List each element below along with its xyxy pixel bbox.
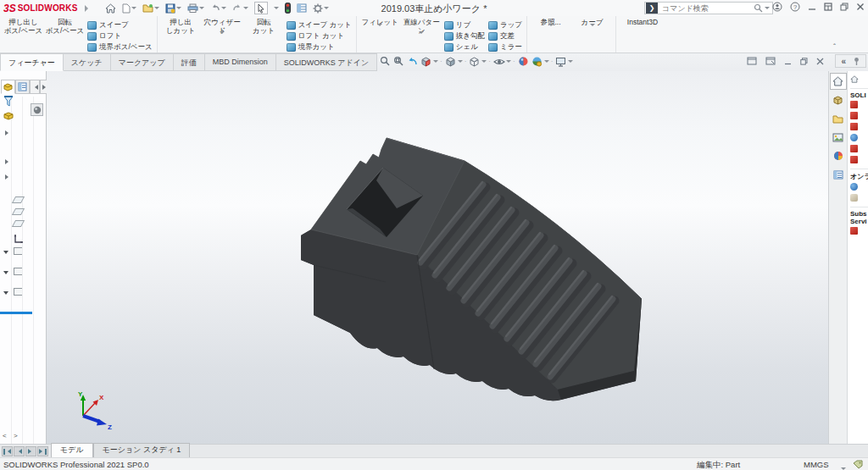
help-button[interactable]: ? <box>790 2 800 12</box>
pin-icon[interactable] <box>853 57 860 66</box>
task-pane-collapse-icon[interactable]: « <box>841 57 846 66</box>
command-search-box[interactable]: ❯ <box>644 2 773 14</box>
fillet-button[interactable]: フィレット <box>359 17 401 35</box>
view-orientation-button[interactable] <box>444 55 457 68</box>
loft-cut-button[interactable]: ロフト カット <box>287 31 352 41</box>
sweep-cut-button[interactable]: スイープ カット <box>287 20 352 30</box>
open-button[interactable] <box>142 3 159 13</box>
taskpane-item[interactable] <box>850 110 868 121</box>
curves-dropdown[interactable] <box>590 24 595 37</box>
taskpane-item[interactable] <box>850 154 868 165</box>
print-button[interactable] <box>187 3 204 13</box>
restore-button[interactable] <box>840 3 849 11</box>
feature-item-icon-1[interactable] <box>14 247 22 255</box>
search-input[interactable] <box>660 3 754 14</box>
extrude-boss-button[interactable]: 押し出し ボス/ベース <box>3 17 44 35</box>
section-view-button[interactable] <box>420 55 432 68</box>
task-pane-tab-appearances[interactable] <box>830 147 847 164</box>
reference-geometry-button[interactable]: 参照... <box>530 17 571 35</box>
origin-item[interactable] <box>14 232 24 247</box>
file-properties-button[interactable] <box>297 3 307 13</box>
search-icon[interactable] <box>754 3 763 13</box>
menu-flyout-arrow-icon[interactable] <box>85 5 92 12</box>
tree-collapse-feature-1[interactable] <box>3 251 8 257</box>
doc-minimize-icon[interactable] <box>784 58 792 65</box>
section-view-dropdown[interactable] <box>433 60 438 65</box>
shell-button[interactable]: シェル <box>444 42 485 52</box>
linear-pattern-button[interactable]: 直線パターン <box>401 17 442 43</box>
tab-evaluate[interactable]: 評価 <box>174 53 205 71</box>
minimize-button[interactable] <box>808 3 816 11</box>
home-button[interactable] <box>105 3 116 14</box>
boundary-boss-button[interactable]: 境界ボス/ベース <box>87 42 153 52</box>
edit-appearance-button[interactable] <box>517 55 530 68</box>
units-indicator[interactable]: MMGS <box>804 460 829 469</box>
doc-window-icon-2[interactable] <box>765 57 776 65</box>
tree-expand-history[interactable] <box>5 130 11 135</box>
doc-close-icon[interactable] <box>816 58 824 65</box>
feature-item-icon-3[interactable] <box>14 288 22 296</box>
ribbon-collapse-chevron[interactable]: ˆ <box>833 42 836 51</box>
wheel-chock-model[interactable] <box>301 138 642 401</box>
previous-view-button[interactable] <box>406 55 419 68</box>
doc-restore-icon[interactable] <box>800 58 808 65</box>
taskpane-item[interactable] <box>850 121 868 132</box>
doc-window-icon[interactable] <box>747 57 757 65</box>
tree-collapse-feature-3[interactable] <box>3 291 8 297</box>
revolve-cut-button[interactable]: 回転 カット <box>243 17 285 35</box>
tab-scroll-prev[interactable] <box>14 446 25 456</box>
feature-item-icon-2[interactable] <box>14 268 22 275</box>
task-pane-tab-view-palette[interactable] <box>830 129 847 146</box>
zoom-to-fit-button[interactable] <box>379 55 392 68</box>
intersect-button[interactable]: 交差 <box>488 31 522 41</box>
select-dropdown[interactable] <box>274 7 279 12</box>
save-button[interactable] <box>165 3 181 14</box>
mirror-button[interactable]: ミラー <box>488 42 522 52</box>
task-pane-tab-custom-properties[interactable] <box>830 166 847 183</box>
tab-features[interactable]: フィーチャー <box>0 53 64 71</box>
zoom-to-area-button[interactable] <box>392 55 405 68</box>
save-dropdown[interactable] <box>176 7 181 12</box>
rib-button[interactable]: リブ <box>444 20 485 30</box>
print-dropdown[interactable] <box>199 7 204 12</box>
taskpane-item[interactable] <box>850 132 868 143</box>
featuremanager-tree-tab[interactable] <box>1 80 15 94</box>
motion-study-tab[interactable]: モーション スタディ 1 <box>93 443 191 457</box>
search-dropdown[interactable] <box>765 7 770 12</box>
model-tab[interactable]: モデル <box>51 443 93 457</box>
sweep-button[interactable]: スイープ <box>87 20 153 30</box>
options-dropdown[interactable] <box>324 7 329 12</box>
taskpane-item[interactable] <box>850 192 868 203</box>
hide-show-dropdown[interactable] <box>506 60 511 65</box>
tab-scroll-last[interactable] <box>37 446 48 456</box>
options-button[interactable] <box>313 3 329 14</box>
tab-mbd-dimension[interactable]: MBD Dimension <box>205 53 276 71</box>
extrude-cut-button[interactable]: 押し出 しカット <box>160 17 202 35</box>
hide-show-items-button[interactable] <box>492 55 505 68</box>
fillet-dropdown[interactable] <box>377 24 382 37</box>
apply-scene-button[interactable] <box>531 55 543 68</box>
linear-pattern-dropdown[interactable] <box>419 31 424 45</box>
task-pane-tab-home[interactable] <box>830 73 847 90</box>
open-dropdown[interactable] <box>154 7 159 12</box>
undo-button[interactable] <box>210 3 226 13</box>
tree-horizontal-scroll[interactable]: < > <box>3 432 20 440</box>
login-button[interactable] <box>772 2 782 12</box>
tab-scroll-first[interactable] <box>2 446 13 456</box>
taskpane-item[interactable] <box>850 181 868 192</box>
hole-wizard-button[interactable]: 穴ウィザード <box>202 17 243 43</box>
tab-sketch[interactable]: スケッチ <box>64 53 111 71</box>
taskpane-item[interactable] <box>850 225 868 236</box>
draft-button[interactable]: 抜き勾配 <box>444 31 485 41</box>
select-tool-button[interactable] <box>254 2 268 14</box>
tab-solidworks-addins[interactable]: SOLIDWORKS アドイン <box>276 53 377 71</box>
tree-expand-annotations[interactable] <box>5 174 11 180</box>
redo-dropdown[interactable] <box>243 7 248 12</box>
display-pane-material-button[interactable] <box>31 103 43 116</box>
maximize-button[interactable] <box>824 3 832 11</box>
curves-button[interactable]: カーブ <box>571 17 613 35</box>
taskpane-item[interactable] <box>850 99 868 110</box>
display-style-button[interactable] <box>468 55 481 68</box>
view-orientation-dropdown[interactable] <box>458 60 463 65</box>
new-document-dropdown[interactable] <box>131 7 136 12</box>
